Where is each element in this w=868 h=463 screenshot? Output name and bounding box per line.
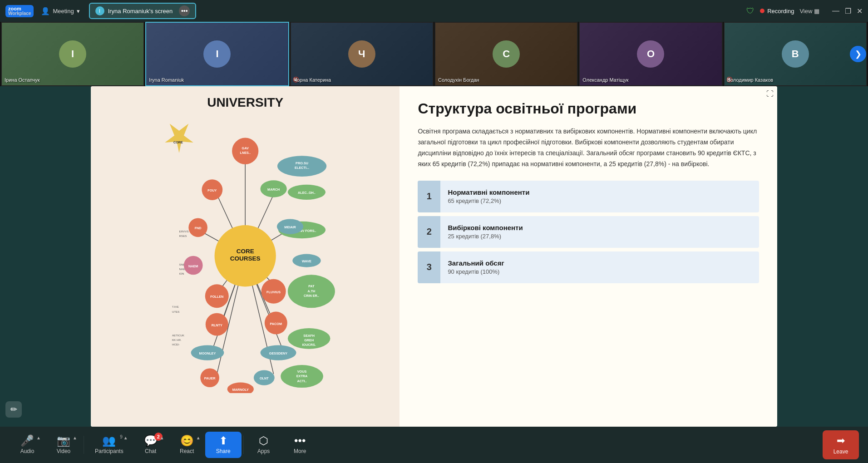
annotation-icon[interactable]: ✏	[5, 401, 22, 418]
avatar-1: І	[59, 40, 86, 68]
chat-button[interactable]: 💬 2 Chat ▲	[133, 432, 169, 458]
share-icon: ⬆	[219, 435, 228, 446]
participants-arrow[interactable]: ▲	[123, 435, 128, 440]
zoom-logo-box: zoom Workplace	[5, 5, 34, 17]
participant-thumb-1[interactable]: І Ірина Остапчук	[1, 22, 144, 86]
zoom-logo: zoom Workplace	[5, 5, 34, 17]
svg-text:ELECTI...: ELECTI...	[295, 166, 309, 170]
apps-icon: ⬡	[259, 435, 268, 446]
svg-text:KK HR.: KK HR.	[172, 338, 182, 341]
top-right-controls: 🛡 Recording View ▦ — ❐ ✕	[746, 6, 863, 16]
info-card-1: 1 Нормативні компоненти 65 кредитів (72,…	[418, 181, 759, 212]
video-button[interactable]: 📷 Video ▲	[45, 432, 82, 458]
share-button[interactable]: ⬆ Share	[205, 432, 242, 458]
card-num-1: 1	[418, 181, 440, 212]
svg-text:AETICUK: AETICUK	[172, 334, 185, 337]
participant-name-1: Ірина Остапчук	[5, 77, 141, 83]
video-arrow[interactable]: ▲	[73, 435, 77, 440]
minimize-button[interactable]: —	[832, 7, 839, 15]
more-label: More	[294, 448, 306, 454]
apps-label: Apps	[257, 448, 270, 454]
main-content: UNIVERSITY CORE	[91, 86, 777, 427]
svg-text:EXTRA: EXTRA	[296, 374, 308, 378]
chat-arrow[interactable]: ▲	[160, 435, 164, 440]
svg-text:GAV: GAV	[242, 146, 249, 150]
react-button[interactable]: 😊 React ▲	[169, 432, 205, 458]
svg-text:GREH: GREH	[304, 338, 314, 342]
svg-text:CORE: CORE	[173, 140, 183, 144]
card-content-2: Вибіркові компоненти 25 кредитів (27,8%)	[440, 216, 530, 248]
avatar-5: О	[637, 40, 664, 68]
avatar-3: Ч	[348, 40, 375, 68]
participants-strip: І Ірина Остапчук I Iryna Romaniuk Ч 🔇 Чо…	[0, 22, 868, 86]
svg-text:FLUVIUS: FLUVIUS	[266, 290, 281, 294]
react-arrow[interactable]: ▲	[196, 435, 201, 440]
slide-title: UNIVERSITY	[100, 95, 390, 110]
card-content-1: Нормативні компоненти 65 кредитів (72,2%…	[440, 181, 537, 212]
more-icon: •••	[294, 435, 306, 446]
svg-text:GESSDENY: GESSDENY	[269, 351, 288, 355]
audio-arrow[interactable]: ▲	[36, 435, 41, 440]
content-description: Освітня програма складається з нормативн…	[418, 126, 759, 169]
view-button[interactable]: View ▦	[799, 8, 819, 15]
close-button[interactable]: ✕	[857, 7, 863, 15]
svg-marker-0	[165, 123, 193, 153]
participants-button[interactable]: 👥 Participants ▲ 9	[86, 432, 133, 458]
screen-options-button[interactable]: •••	[179, 5, 190, 16]
toolbar-sep-2	[243, 436, 244, 454]
svg-text:MARCH: MARCH	[267, 187, 280, 192]
svg-text:ERVVS: ERVVS	[179, 230, 189, 233]
svg-text:VOUS: VOUS	[297, 369, 307, 374]
strip-next-button[interactable]: ❯	[850, 46, 866, 62]
audio-button[interactable]: 🎤 Audio ▲	[9, 432, 45, 458]
info-card-3: 3 Загальний обсяг 90 кредитів (100%)	[418, 251, 759, 283]
card-title-1: Нормативні компоненти	[448, 188, 529, 196]
fullscreen-icon[interactable]: ⛶	[766, 90, 774, 98]
svg-text:NAEM: NAEM	[188, 264, 198, 268]
svg-text:ACTI..: ACTI..	[297, 379, 307, 383]
participant-thumb-4[interactable]: С Солодухін Богдан	[434, 22, 578, 86]
participant-name-2: Iryna Romaniuk	[149, 77, 285, 83]
apps-button[interactable]: ⬡ Apps	[246, 432, 282, 458]
card-num-3: 3	[418, 251, 440, 283]
svg-text:FND: FND	[195, 226, 202, 230]
participants-count: 9	[120, 434, 123, 439]
react-icon: 😊	[180, 435, 194, 446]
participant-thumb-6[interactable]: В 🔇 Володимир Казаков	[724, 22, 867, 86]
svg-text:MEIAIR: MEIAIR	[284, 225, 296, 229]
more-button[interactable]: ••• More	[282, 432, 318, 458]
svg-text:PAT: PAT	[308, 284, 315, 288]
restore-button[interactable]: ❐	[845, 7, 851, 15]
svg-text:UTES: UTES	[172, 310, 180, 313]
card-sub-1: 65 кредитів (72,2%)	[448, 197, 529, 204]
content-heading: Структура освітньої програми	[418, 100, 759, 117]
participant-name-6: Володимир Казаков	[727, 77, 863, 83]
svg-text:ALEC..GH..: ALEC..GH..	[298, 191, 316, 195]
card-content-3: Загальний обсяг 90 кредитів (100%)	[440, 251, 511, 283]
svg-text:SEAFH: SEAFH	[303, 334, 315, 338]
window-controls: — ❐ ✕	[832, 7, 863, 15]
participant-thumb-5[interactable]: О Олександр Матіщук	[579, 22, 722, 86]
top-bar: zoom Workplace 👤 Meeting ▾ I Iryna Roman…	[0, 0, 868, 22]
svg-text:A.TH: A.TH	[307, 289, 315, 293]
card-sub-3: 90 кредитів (100%)	[448, 268, 504, 275]
chat-label: Chat	[145, 448, 156, 454]
screen-share-tab[interactable]: I Iryna Romaniuk's screen •••	[89, 3, 197, 19]
svg-text:RSES: RSES	[179, 234, 187, 237]
leave-button[interactable]: ➡ Leave	[823, 430, 859, 459]
bottom-toolbar: 🎤 Audio ▲ 📷 Video ▲ 👥 Participants ▲ 9 💬…	[0, 427, 868, 463]
avatar-4: С	[493, 40, 520, 68]
svg-text:CRIN ER..: CRIN ER..	[304, 294, 319, 298]
svg-text:PAUER: PAUER	[204, 376, 216, 380]
meeting-button[interactable]: 👤 Meeting ▾	[41, 7, 79, 15]
card-num-2: 2	[418, 216, 440, 248]
audio-label: Audio	[20, 448, 35, 454]
svg-text:WAVE: WAVE	[302, 259, 311, 263]
participant-thumb-3[interactable]: Ч 🔇 Чорна Катерина	[290, 22, 434, 86]
video-icon: 📷	[57, 435, 70, 446]
participant-thumb-2[interactable]: I Iryna Romaniuk	[145, 22, 289, 86]
recording-badge: Recording	[760, 8, 794, 15]
svg-text:IOUCRS.: IOUCRS.	[302, 343, 316, 347]
svg-text:CORE: CORE	[237, 248, 254, 255]
info-card-2: 2 Вибіркові компоненти 25 кредитів (27,8…	[418, 216, 759, 248]
